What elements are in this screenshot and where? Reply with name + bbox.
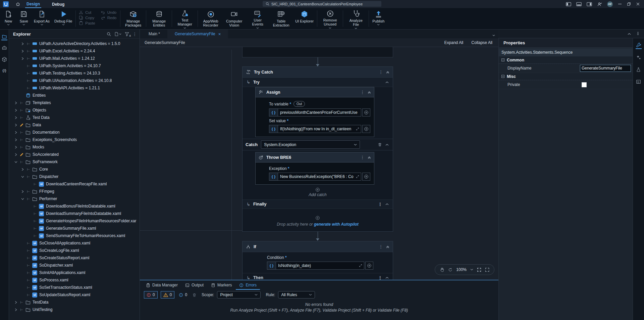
minimize-button[interactable] xyxy=(618,2,622,6)
restore-button[interactable] xyxy=(627,2,631,6)
tree-item-objects[interactable]: ⊢Objects xyxy=(9,106,140,114)
packages-cube-icon[interactable] xyxy=(2,57,7,63)
error-count-filter[interactable]: 0 xyxy=(144,291,158,299)
workflow-canvas[interactable]: ? Try Catch ⋮ ↳ Try xyxy=(140,47,498,280)
pan-hand-icon[interactable] xyxy=(440,267,444,272)
displayname-input[interactable] xyxy=(580,65,631,72)
expander-icon[interactable] xyxy=(14,131,18,134)
throw-header[interactable]: Throw BRE6 ⋮ xyxy=(256,152,374,163)
tree-item-unittesting[interactable]: ⊢UnitTesting xyxy=(9,306,140,313)
private-checkbox[interactable] xyxy=(582,82,587,87)
set-value-field[interactable]: { } If(IsNothing((From row In in_dt_cant… xyxy=(269,125,361,133)
finally-drop-zone[interactable]: Drop activity here or generate with Auto… xyxy=(243,209,393,233)
tree-item-socreatestatusreport-xaml[interactable]: ⊢uiSoCreateStatusReport.xaml xyxy=(9,254,140,262)
expander-icon[interactable] xyxy=(20,42,25,45)
expander-icon[interactable] xyxy=(14,146,18,149)
rule-select[interactable]: All Rules xyxy=(278,291,315,299)
expander-icon[interactable] xyxy=(14,116,18,119)
trycatch-menu-icon[interactable]: ⋮ xyxy=(379,70,383,75)
tree-item-sosettransactionstatus-xaml[interactable]: ⊢uiSoSetTransactionStatus.xaml xyxy=(9,284,140,291)
editor-tab-main[interactable]: Main * xyxy=(141,30,167,38)
tree-item-uipath-azureactivedirectory-activities-1-5-0[interactable]: ⊢UiPath.AzureActiveDirectory.Activities … xyxy=(9,40,140,47)
collapse-all-button[interactable]: Collapse All xyxy=(471,40,492,45)
tree-item-performer[interactable]: ⊢Performer xyxy=(9,195,140,202)
project-explorer-icon[interactable] xyxy=(2,34,7,40)
tree-item-soprocess-xaml[interactable]: ⊢uiSoProcess.xaml xyxy=(9,276,140,284)
expand-editor-icon[interactable] xyxy=(356,175,361,178)
expander-icon[interactable] xyxy=(14,161,18,163)
throw-menu-icon[interactable]: ⋮ xyxy=(360,155,365,160)
expander-icon[interactable] xyxy=(20,198,25,200)
reset-zoom-icon[interactable] xyxy=(448,268,452,272)
tree-item-soupdatestatusreport-xaml[interactable]: ⊢uiSoUpdateStatusReport.xaml xyxy=(9,291,140,299)
assign-collapse-icon[interactable] xyxy=(368,91,371,94)
ribbon-publish-button[interactable]: Publish xyxy=(370,8,387,29)
ribbon-new-button[interactable]: New xyxy=(1,8,16,29)
ribbon-user-events-button[interactable]: User Events xyxy=(246,8,269,29)
fit-to-screen-icon[interactable] xyxy=(477,268,481,272)
filter-icon[interactable]: 8 xyxy=(125,32,129,36)
tree-item-dispatcher[interactable]: ⊢Dispatcher xyxy=(9,173,140,180)
expander-icon[interactable] xyxy=(20,57,25,60)
zoom-dropdown-icon[interactable] xyxy=(470,269,473,271)
clear-errors-icon[interactable] xyxy=(192,293,197,297)
catch-type-select[interactable]: System.Exception xyxy=(261,140,360,149)
tree-item-mocks[interactable]: ⊢Mocks xyxy=(9,143,140,151)
tree-item-soaccelerated[interactable]: SoAccelerated xyxy=(9,151,140,158)
tree-item-sendsummaryfiletohumanresources-xaml[interactable]: ⊢uiSendSummaryFileToHumanResources.xaml xyxy=(9,232,140,239)
ribbon-remove-unused-button[interactable]: Remove Unused xyxy=(318,8,342,29)
tree-item-uipath-mail-activities-1-24-12[interactable]: ⊢UiPath.Mail.Activities = 1.24.12 xyxy=(9,55,140,62)
ribbon-table-extraction-button[interactable]: Table Extraction xyxy=(269,8,293,29)
ribbon-test-manager-button[interactable]: Test Manager xyxy=(173,8,197,29)
dock-right-icon[interactable] xyxy=(587,2,592,6)
tree-item-soinitallapplications-xaml[interactable]: ⊢uiSoInitAllApplications.xaml xyxy=(9,269,140,276)
tree-item-test-data[interactable]: ⊢Test Data xyxy=(9,114,140,121)
tree-item-testdata[interactable]: ⊢TestData xyxy=(9,299,140,306)
editor-tab-generatesummaryfile[interactable]: GenerateSummaryFile× xyxy=(167,30,228,38)
finally-menu-icon[interactable]: ⋮ xyxy=(378,202,382,207)
tree-item-exceptions-screenshots[interactable]: ⊢Exceptions_Screenshots xyxy=(9,136,140,143)
if-menu-icon[interactable]: ⋮ xyxy=(379,244,383,249)
expander-icon[interactable] xyxy=(14,308,18,311)
tree-item-templates[interactable]: ⊢Templates xyxy=(9,99,140,106)
tree-item-uipath-uiautomation-activities-24-10-8[interactable]: ⊢UiPath.UIAutomation.Activities = 24.10.… xyxy=(9,77,140,84)
tree-item-downloadcanteenrecapfile-xaml[interactable]: ⊢uiDownloadCanteenRecapFile.xaml xyxy=(9,180,140,188)
new-file-icon[interactable] xyxy=(114,32,121,36)
toolbox-icon[interactable] xyxy=(2,45,7,52)
expander-icon[interactable] xyxy=(14,138,18,141)
expander-icon[interactable] xyxy=(20,190,25,193)
expander-icon[interactable] xyxy=(14,301,18,304)
tree-item-downloadsummaryfileintodatatable-xaml[interactable]: ⊢uiDownloadSummaryFileIntoDatatable.xaml xyxy=(9,210,140,217)
misc-section-header[interactable]: Misc xyxy=(499,73,633,80)
if-collapse-icon[interactable] xyxy=(386,245,389,248)
explorer-menu-icon[interactable]: ⋮ xyxy=(132,32,137,37)
tree-item-uipath-system-activities-24-10-7[interactable]: ⊢UiPath.System.Activities = 24.10.7 xyxy=(9,62,140,70)
code-view-icon[interactable]: {/} xyxy=(2,68,6,74)
finally-collapse-icon[interactable] xyxy=(385,203,389,205)
close-tab-icon[interactable]: × xyxy=(218,32,221,37)
ribbon-ui-explorer-button[interactable]: UI Explorer xyxy=(293,8,316,29)
scope-select[interactable]: Project xyxy=(217,291,261,299)
tree-item-documentation[interactable]: ⊢Documentation xyxy=(9,129,140,136)
tree-item-uipath-webapi-activities-1-21-1[interactable]: ⊢UiPath.WebAPI.Activities = 1.21.1 xyxy=(9,84,140,92)
expander-icon[interactable] xyxy=(14,124,18,127)
tree-item-entities[interactable]: Entities xyxy=(9,92,140,99)
tab-debug[interactable]: Debug xyxy=(51,1,66,8)
tree-item-data[interactable]: Data xyxy=(9,121,140,129)
avatar[interactable]: AF xyxy=(607,1,613,7)
tree-item-ffmpeg[interactable]: ⊢FFmpeg xyxy=(9,188,140,195)
throw-activity[interactable]: Throw BRE6 ⋮ Exception * { } xyxy=(255,152,374,185)
ribbon-save-button[interactable]: Save xyxy=(16,8,32,29)
test-flask-icon[interactable] xyxy=(636,67,641,74)
exception-add-button[interactable] xyxy=(362,173,370,181)
ribbon-cut-button[interactable]: Cut xyxy=(77,10,98,15)
exception-field[interactable]: { } New BusinessRuleException("BRE6 : Co xyxy=(269,173,361,181)
then-menu-icon[interactable]: ⋮ xyxy=(378,275,382,280)
ribbon-app-web-recorder-button[interactable]: App/Web Recorder xyxy=(199,8,222,29)
expander-icon[interactable] xyxy=(14,109,18,112)
ribbon-manage-packages-button[interactable]: Manage Packages xyxy=(121,8,145,29)
tree-item-sodispatcher-xaml[interactable]: ⊢uiSoDispatcher.xaml xyxy=(9,262,140,269)
fullscreen-icon[interactable] xyxy=(485,268,489,272)
ribbon-export-as-button[interactable]: Export As xyxy=(32,8,52,29)
try-collapse-icon[interactable] xyxy=(385,81,389,83)
